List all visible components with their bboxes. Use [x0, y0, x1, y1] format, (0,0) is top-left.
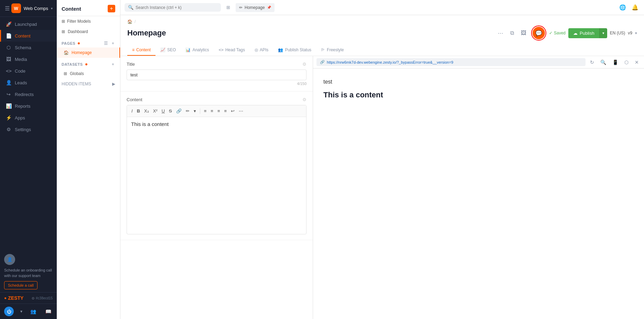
footer-chevron: ▾: [20, 309, 22, 314]
link-btn[interactable]: 🔗: [174, 107, 183, 115]
dashboard-item[interactable]: ⊞ Dashboard: [57, 26, 120, 37]
editor-toolbar: I B X₂ X² U S 🔗 ✏ ▾ ≡ ≡ ≡: [127, 105, 306, 117]
publish-button[interactable]: ☁ Publish: [568, 28, 599, 38]
tab-freestyle[interactable]: 🏳 Freestyle: [316, 45, 348, 56]
tab-content[interactable]: ≡ Content: [127, 45, 155, 56]
leads-icon: 👤: [6, 80, 11, 85]
globe-icon-btn[interactable]: 🌐: [618, 3, 627, 12]
close-preview-btn[interactable]: ✕: [633, 59, 641, 66]
more-options-button[interactable]: ⋯: [496, 29, 505, 38]
schema-icon: ⬡: [6, 45, 11, 50]
sidebar-nav: 🚀 Launchpad 📄 Content ⬡ Schema 🖼 Media <…: [0, 17, 57, 251]
toolbar-separator-1: [200, 108, 200, 114]
sidebar-item-schema[interactable]: ⬡ Schema: [0, 42, 57, 53]
sidebar-item-apps[interactable]: ⚡ Apps: [0, 112, 57, 124]
strikethrough-btn[interactable]: S: [167, 107, 174, 115]
more-toolbar-btn[interactable]: ⋯: [237, 107, 245, 115]
pages-list-icon[interactable]: ☰: [103, 40, 109, 46]
refresh-preview-btn[interactable]: ↻: [588, 59, 596, 66]
editor-content[interactable]: This is a content: [127, 117, 306, 234]
title-input[interactable]: [127, 70, 307, 80]
tab-seo[interactable]: 📈 SEO: [155, 45, 181, 56]
pages-add-icon[interactable]: +: [110, 40, 115, 46]
datasets-add-icon[interactable]: +: [110, 61, 115, 67]
superscript-btn[interactable]: X²: [151, 107, 159, 115]
two-column-layout: Title ⚙ 4/150 Content ⚙ I B: [120, 56, 644, 319]
sidebar-item-redirects[interactable]: ↪ Redirects: [0, 88, 57, 100]
italic-btn[interactable]: I: [130, 107, 135, 115]
highlight-dropdown-btn[interactable]: ▾: [192, 107, 198, 115]
content-field-label: Content: [127, 97, 142, 102]
mobile-preview-btn[interactable]: 📱: [611, 59, 620, 66]
image-button[interactable]: 🖼: [519, 29, 528, 38]
justify-btn[interactable]: ≡: [223, 107, 229, 115]
power-button[interactable]: ⏻: [4, 307, 14, 316]
preview-url-bar: 🔗 https://nrw6mk7d-dev.webengine.zesty.i…: [316, 58, 586, 66]
duplicate-button[interactable]: ⧉: [508, 29, 516, 38]
underline-btn[interactable]: U: [160, 107, 167, 115]
rich-editor[interactable]: I B X₂ X² U S 🔗 ✏ ▾ ≡ ≡ ≡: [127, 105, 307, 234]
zoom-preview-btn[interactable]: 🔍: [599, 59, 608, 66]
locale-label[interactable]: EN (US): [610, 31, 625, 35]
sidebar-item-settings[interactable]: ⚙ Settings: [0, 124, 57, 135]
content-body: 🏠 / Homepage ⋯ ⧉ 🖼 💬 ✓ Saved: [120, 15, 644, 319]
align-right-btn[interactable]: ≡: [216, 107, 222, 115]
apis-tab-icon: ◎: [255, 47, 258, 52]
brand-name: Web Comps: [24, 6, 48, 11]
publish-group: ☁ Publish ▾: [568, 28, 607, 38]
zesty-logo: ● ZESTY: [4, 295, 23, 301]
publish-dropdown-button[interactable]: ▾: [599, 28, 607, 38]
schedule-call-button[interactable]: Schedule a call: [4, 281, 37, 289]
search-box[interactable]: 🔍: [125, 3, 221, 12]
sidebar-item-content[interactable]: 📄 Content: [0, 30, 57, 42]
datasets-actions: +: [110, 61, 115, 67]
homepage-page-item[interactable]: 🏠 Homepage: [57, 47, 120, 58]
highlight-btn[interactable]: ✏: [184, 107, 191, 115]
media-icon: 🖼: [6, 56, 11, 62]
dashboard-icon: ⊞: [62, 29, 65, 34]
sidebar-item-media[interactable]: 🖼 Media: [0, 53, 57, 65]
filter-models-row[interactable]: ⊞ Filter Models: [57, 16, 120, 26]
dashboard-label: Dashboard: [68, 29, 88, 34]
tab-head-tags[interactable]: <> Head Tags: [214, 45, 250, 56]
docs-button[interactable]: 📖: [44, 307, 53, 316]
sidebar-brand[interactable]: W Web Comps ▾: [11, 3, 53, 13]
bold-btn[interactable]: B: [135, 107, 142, 115]
search-input[interactable]: [136, 5, 217, 10]
notification-icon-btn[interactable]: 🔔: [630, 3, 640, 12]
home-icon: 🏠: [64, 50, 69, 55]
add-content-button[interactable]: +: [108, 5, 115, 12]
sidebar-item-reports[interactable]: 📊 Reports: [0, 100, 57, 112]
hidden-items-row[interactable]: HIDDEN ITEMS ▶: [57, 79, 120, 89]
page-title-row: Homepage ⋯ ⧉ 🖼 💬 ✓ Saved ☁: [127, 25, 637, 41]
filter-icon-topbar: ⊞: [225, 5, 232, 10]
sidebar-item-code[interactable]: <> Code: [0, 65, 57, 77]
sidebar-item-launchpad[interactable]: 🚀 Launchpad: [0, 18, 57, 30]
chat-button-highlighted[interactable]: 💬: [531, 25, 546, 41]
hamburger-button[interactable]: ☰: [4, 4, 10, 12]
sidebar-item-label-content: Content: [15, 33, 31, 39]
team-button[interactable]: 👥: [29, 307, 37, 316]
external-preview-btn[interactable]: ⬡: [623, 59, 630, 66]
tab-apis[interactable]: ◎ APIs: [250, 45, 273, 56]
title-char-count: 4/150: [127, 82, 307, 86]
content-panel-title: Content: [62, 6, 81, 12]
undo-btn[interactable]: ↩: [229, 107, 236, 115]
globals-item[interactable]: ⊞ Globals: [57, 68, 120, 79]
align-left-btn[interactable]: ≡: [202, 107, 208, 115]
homepage-tab[interactable]: ✏ Homepage 📌: [236, 3, 275, 12]
pages-actions: ☰ +: [103, 40, 115, 46]
sidebar-item-label-code: Code: [15, 68, 25, 74]
content-panel: Content + ⊞ Filter Models ⊞ Dashboard PA…: [57, 0, 120, 319]
title-gear-icon[interactable]: ⚙: [302, 62, 307, 67]
seo-tab-icon: 📈: [160, 47, 165, 52]
tab-analytics[interactable]: 📊 Analytics: [181, 45, 214, 56]
version-label[interactable]: v9: [628, 31, 632, 35]
sidebar-item-leads[interactable]: 👤 Leads: [0, 77, 57, 88]
content-gear-icon[interactable]: ⚙: [302, 97, 307, 102]
align-center-btn[interactable]: ≡: [209, 107, 215, 115]
tab-publish-status[interactable]: 👥 Publish Status: [273, 45, 316, 56]
preview-url-link[interactable]: https://nrw6mk7d-dev.webengine.zesty.io/…: [327, 60, 453, 64]
page-tabs: ≡ Content 📈 SEO 📊 Analytics <> Head Tags…: [127, 45, 637, 56]
subscript-btn[interactable]: X₂: [142, 107, 151, 115]
